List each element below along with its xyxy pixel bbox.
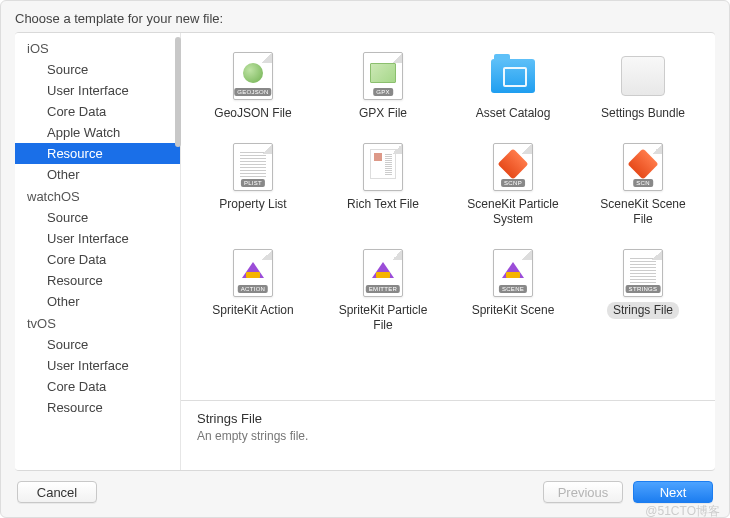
dialog-body: iOSSourceUser InterfaceCore DataApple Wa…	[15, 32, 715, 471]
sidebar-item[interactable]: Other	[15, 291, 180, 312]
map-icon: GPX	[358, 51, 408, 101]
sidebar-item[interactable]: Source	[15, 207, 180, 228]
template-tile[interactable]: GPXGPX File	[321, 47, 445, 126]
template-label: SpriteKit Scene	[466, 302, 561, 319]
template-tile[interactable]: GEOJSONGeoJSON File	[191, 47, 315, 126]
sidebar-item[interactable]: Source	[15, 59, 180, 80]
globe-icon: GEOJSON	[228, 51, 278, 101]
template-label: GPX File	[353, 105, 413, 122]
template-label: Rich Text File	[341, 196, 425, 213]
template-tile[interactable]: Settings Bundle	[581, 47, 705, 126]
cancel-button[interactable]: Cancel	[17, 481, 97, 503]
template-label: SpriteKit Particle File	[323, 302, 443, 334]
template-tile[interactable]: PLISTProperty List	[191, 138, 315, 232]
doc-icon: STRINGS	[618, 248, 668, 298]
templates-pane: GEOJSONGeoJSON FileGPXGPX FileAsset Cata…	[181, 33, 715, 470]
template-label: Settings Bundle	[595, 105, 691, 122]
template-tile[interactable]: Asset Catalog	[451, 47, 575, 126]
asset-folder-icon	[488, 51, 538, 101]
sidebar-item[interactable]: Resource	[15, 270, 180, 291]
sprite-icon: EMITTER	[358, 248, 408, 298]
watermark: @51CTO博客	[645, 503, 720, 518]
sidebar-item[interactable]: Core Data	[15, 249, 180, 270]
template-label: SceneKit Particle System	[453, 196, 573, 228]
detail-title: Strings File	[197, 411, 699, 426]
sidebar-item[interactable]: Resource	[15, 397, 180, 418]
sidebar: iOSSourceUser InterfaceCore DataApple Wa…	[15, 33, 181, 470]
sidebar-platform[interactable]: watchOS	[15, 185, 180, 207]
sidebar-item[interactable]: Core Data	[15, 101, 180, 122]
template-tile[interactable]: EMITTERSpriteKit Particle File	[321, 244, 445, 338]
sprite-icon: SCENE	[488, 248, 538, 298]
scn-icon: SCN	[618, 142, 668, 192]
template-label: Property List	[213, 196, 292, 213]
sidebar-item[interactable]: Source	[15, 334, 180, 355]
sprite-icon: ACTION	[228, 248, 278, 298]
next-button[interactable]: Next	[633, 481, 713, 503]
template-label: Strings File	[607, 302, 679, 319]
sidebar-item[interactable]: Resource	[15, 143, 180, 164]
template-label: Asset Catalog	[470, 105, 557, 122]
dialog-title: Choose a template for your new file:	[15, 11, 223, 26]
template-label: SceneKit Scene File	[583, 196, 703, 228]
template-label: SpriteKit Action	[206, 302, 299, 319]
sidebar-platform[interactable]: iOS	[15, 37, 180, 59]
new-file-dialog: Choose a template for your new file: iOS…	[0, 0, 730, 518]
sidebar-item[interactable]: User Interface	[15, 228, 180, 249]
dialog-header: Choose a template for your new file:	[1, 1, 729, 32]
bundle-icon	[618, 51, 668, 101]
template-label: GeoJSON File	[208, 105, 297, 122]
detail-panel: Strings File An empty strings file.	[181, 400, 715, 470]
template-grid: GEOJSONGeoJSON FileGPXGPX FileAsset Cata…	[181, 33, 715, 400]
sidebar-item[interactable]: Core Data	[15, 376, 180, 397]
richtext-icon	[358, 142, 408, 192]
sidebar-item[interactable]: Apple Watch	[15, 122, 180, 143]
template-tile[interactable]: STRINGSStrings File	[581, 244, 705, 338]
dialog-footer: Cancel Previous Next	[1, 471, 729, 517]
sidebar-item[interactable]: User Interface	[15, 80, 180, 101]
doc-icon: PLIST	[228, 142, 278, 192]
template-tile[interactable]: SCNSceneKit Scene File	[581, 138, 705, 232]
template-tile[interactable]: Rich Text File	[321, 138, 445, 232]
detail-desc: An empty strings file.	[197, 429, 699, 443]
template-tile[interactable]: SCNPSceneKit Particle System	[451, 138, 575, 232]
template-tile[interactable]: SCENESpriteKit Scene	[451, 244, 575, 338]
sidebar-item[interactable]: User Interface	[15, 355, 180, 376]
scn-icon: SCNP	[488, 142, 538, 192]
sidebar-platform[interactable]: tvOS	[15, 312, 180, 334]
template-tile[interactable]: ACTIONSpriteKit Action	[191, 244, 315, 338]
previous-button[interactable]: Previous	[543, 481, 623, 503]
sidebar-item[interactable]: Other	[15, 164, 180, 185]
